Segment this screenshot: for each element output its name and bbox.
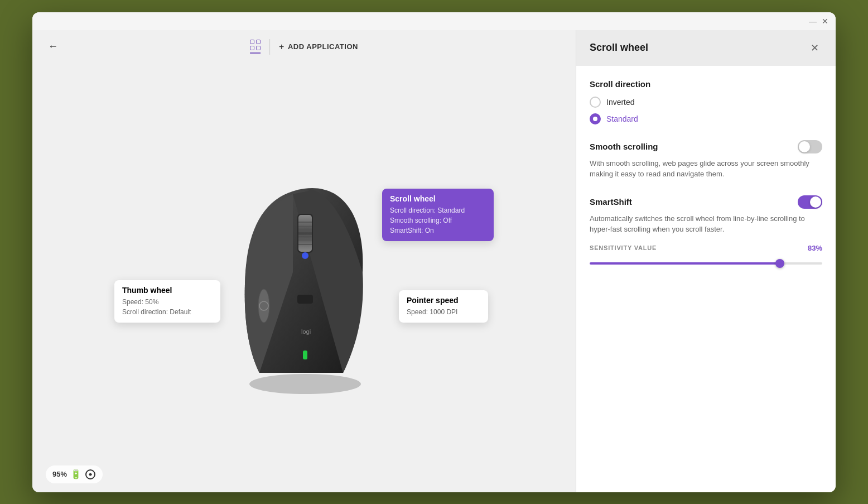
back-button[interactable]: ←	[46, 39, 60, 55]
smartshift-section: SmartShift Automatically switches the sc…	[590, 195, 822, 267]
scroll-direction-section: Scroll direction Inverted Standard	[590, 79, 822, 124]
svg-text:logi: logi	[301, 328, 311, 335]
smooth-scrolling-toggle-knob	[799, 141, 810, 152]
left-panel-header: ← + ADD APPLICATION	[32, 30, 576, 64]
standard-radio-label: Standard	[606, 114, 638, 123]
inverted-radio-circle	[590, 97, 601, 108]
standard-radio-option[interactable]: Standard	[590, 113, 822, 124]
grid-dot-1	[250, 40, 254, 44]
scroll-wheel-tooltip-line1: Scroll direction: Standard	[390, 205, 486, 215]
svg-point-9	[302, 252, 308, 259]
right-panel-header: Scroll wheel ✕	[576, 30, 836, 66]
mouse-svg-wrapper: logi Scroll wheel Scroll direction: Stan…	[215, 161, 393, 395]
battery-icon: 🔋	[70, 469, 81, 479]
title-bar-controls: — ✕	[809, 17, 829, 25]
title-bar: — ✕	[32, 12, 836, 30]
inverted-radio-option[interactable]: Inverted	[590, 97, 822, 108]
add-application-label: ADD APPLICATION	[288, 42, 358, 51]
grid-dot-4	[256, 46, 261, 50]
sensitivity-value: 83%	[808, 244, 822, 252]
sensitivity-slider[interactable]	[590, 262, 822, 265]
sensitivity-label-row: SENSITIVITY VALUE 83%	[590, 244, 822, 252]
mouse-area: logi Scroll wheel Scroll direction: Stan…	[32, 64, 576, 492]
grid-dot-2	[256, 40, 261, 44]
add-application-button[interactable]: + ADD APPLICATION	[279, 42, 358, 52]
svg-rect-14	[303, 351, 307, 359]
standard-radio-circle	[590, 113, 601, 124]
smartshift-toggle-row: SmartShift	[590, 195, 822, 209]
app-window: — ✕ ←	[32, 12, 836, 492]
right-panel-body: Scroll direction Inverted Standard	[576, 66, 836, 492]
thumb-wheel-tooltip-title: Thumb wheel	[122, 286, 213, 295]
apps-icon-container[interactable]	[250, 40, 261, 54]
add-plus-icon: +	[279, 42, 284, 52]
smartshift-description: Automatically switches the scroll wheel …	[590, 213, 822, 235]
scroll-wheel-tooltip: Scroll wheel Scroll direction: Standard …	[382, 189, 494, 241]
pointer-speed-tooltip-title: Pointer speed	[407, 296, 480, 305]
battery-percent: 95%	[52, 470, 67, 478]
apps-grid-icon	[250, 40, 261, 50]
thumb-wheel-tooltip: Thumb wheel Speed: 50% Scroll direction:…	[114, 280, 220, 323]
header-center: + ADD APPLICATION	[250, 39, 358, 55]
smooth-scrolling-toggle-row: Smooth scrolling	[590, 140, 822, 153]
close-button[interactable]: ✕	[821, 17, 829, 25]
thumb-wheel-tooltip-line2: Scroll direction: Default	[122, 307, 213, 317]
panel-title: Scroll wheel	[590, 42, 648, 54]
smooth-scrolling-toggle[interactable]	[798, 140, 822, 153]
minimize-button[interactable]: —	[809, 17, 817, 25]
scroll-wheel-tooltip-line2: Smooth scrolling: Off	[390, 215, 486, 225]
smooth-scrolling-title: Smooth scrolling	[590, 142, 658, 151]
scroll-wheel-tooltip-line3: SmartShift: On	[390, 225, 486, 236]
svg-point-0	[249, 374, 361, 394]
smooth-scrolling-description: With smooth scrolling, web pages glide a…	[590, 158, 822, 180]
inverted-radio-label: Inverted	[606, 98, 635, 107]
header-divider	[269, 39, 270, 55]
svg-rect-12	[297, 295, 313, 304]
pointer-speed-tooltip-line1: Speed: 1000 DPI	[407, 307, 480, 317]
thumb-wheel-tooltip-line1: Speed: 50%	[122, 297, 213, 307]
left-panel: ← + ADD APPLICATION	[32, 30, 576, 492]
scroll-wheel-tooltip-title: Scroll wheel	[390, 194, 486, 203]
smooth-scrolling-section: Smooth scrolling With smooth scrolling, …	[590, 140, 822, 180]
pointer-speed-tooltip: Pointer speed Speed: 1000 DPI	[399, 290, 488, 323]
smartshift-toggle-knob	[810, 196, 821, 208]
grid-dot-3	[250, 46, 254, 50]
main-content: ← + ADD APPLICATION	[32, 30, 836, 492]
right-panel-close-button[interactable]: ✕	[807, 40, 822, 56]
svg-point-10	[258, 289, 269, 323]
device-icon	[85, 469, 96, 480]
svg-rect-2	[298, 215, 312, 252]
smartshift-toggle[interactable]	[798, 195, 822, 209]
sensitivity-label: SENSITIVITY VALUE	[590, 244, 657, 251]
smartshift-title: SmartShift	[590, 197, 632, 207]
mouse-image: logi	[215, 161, 393, 395]
right-panel: Scroll wheel ✕ Scroll direction Inverted	[576, 30, 836, 492]
scroll-direction-title: Scroll direction	[590, 79, 822, 89]
battery-status: 95% 🔋	[46, 465, 103, 483]
